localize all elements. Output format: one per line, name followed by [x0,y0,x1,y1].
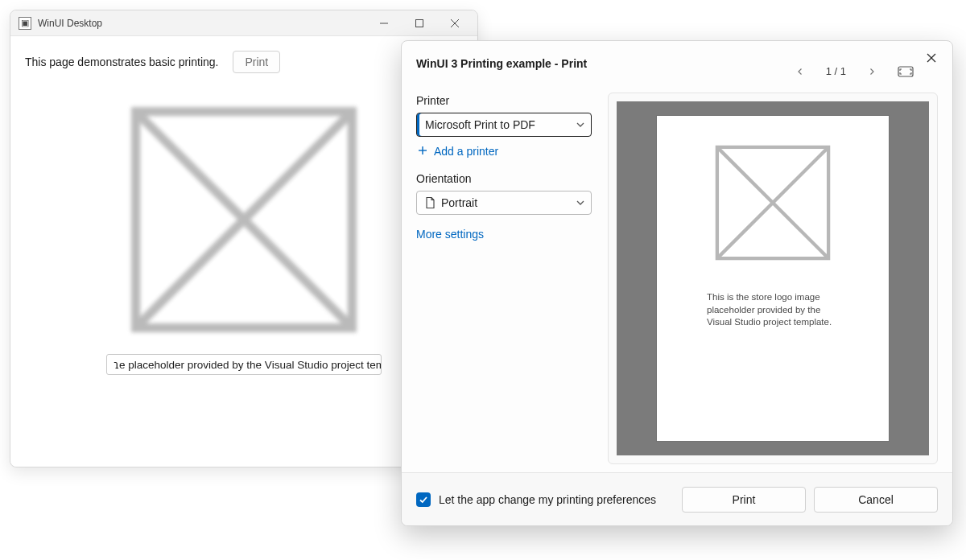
close-icon [927,53,936,63]
page-navigator: 1 / 1 [794,65,914,77]
preview-placeholder-image [715,145,831,261]
dialog-header: WinUI 3 Printing example - Print 1 / 1 [402,41,952,88]
dialog-footer: Let the app change my printing preferenc… [402,472,952,525]
printer-label: Printer [416,94,592,107]
placeholder-image [131,107,357,332]
minimize-button[interactable] [366,11,402,35]
chevron-right-icon [869,68,875,75]
close-button[interactable] [437,11,473,35]
add-printer-label: Add a printer [434,145,498,158]
titlebar: ▣ WinUI Desktop [10,10,477,36]
dialog-close-button[interactable] [919,47,944,68]
more-settings-link[interactable]: More settings [416,220,592,241]
print-dialog: WinUI 3 Printing example - Print 1 / 1 [401,40,953,526]
print-confirm-button[interactable]: Print [682,487,806,513]
dialog-body: Printer Microsoft Print to PDF Add a pri… [402,88,952,472]
preferences-checkbox-label: Let the app change my printing preferenc… [439,493,656,506]
description-text: This page demonstrates basic printing. [25,56,218,68]
print-button[interactable]: Print [233,51,280,73]
document-icon [425,197,435,208]
orientation-label: Orientation [416,172,592,185]
chevron-down-icon [576,118,584,131]
fit-page-icon [898,66,914,77]
preview-column: This is the store logo image placeholder… [608,93,938,464]
preview-caption: This is the store logo image placeholder… [707,291,839,329]
placeholder-x-icon [715,145,831,261]
printer-select-value: Microsoft Print to PDF [425,118,535,131]
maximize-icon [415,19,423,27]
app-icon: ▣ [19,17,31,30]
orientation-select[interactable]: Portrait [416,191,592,215]
preview-frame: This is the store logo image placeholder… [617,101,929,455]
settings-column: Printer Microsoft Print to PDF Add a pri… [416,93,592,464]
minimize-icon [380,19,388,27]
chevron-left-icon [797,68,803,75]
plus-icon [418,145,427,158]
maximize-button[interactable] [402,11,437,35]
orientation-select-value: Portrait [441,196,477,209]
preferences-checkbox[interactable] [416,492,431,507]
close-icon [451,19,459,27]
svg-rect-9 [898,67,913,76]
window-title: WinUI Desktop [38,18,102,29]
fit-to-page-button[interactable] [898,66,914,77]
preview-page: This is the store logo image placeholder… [657,116,889,441]
prev-page-button[interactable] [794,65,807,77]
image-caption-input[interactable]: ɿe placeholder provided by the Visual St… [106,354,382,375]
svg-rect-1 [416,19,423,27]
add-printer-link[interactable]: Add a printer [416,142,592,161]
cancel-button[interactable]: Cancel [814,487,938,513]
chevron-down-icon [576,196,584,209]
check-icon [419,495,428,504]
placeholder-x-icon [131,107,357,332]
next-page-button[interactable] [865,65,878,77]
top-row: This page demonstrates basic printing. P… [25,51,463,73]
printer-select[interactable]: Microsoft Print to PDF [416,113,592,137]
page-indicator: 1 / 1 [826,65,846,77]
